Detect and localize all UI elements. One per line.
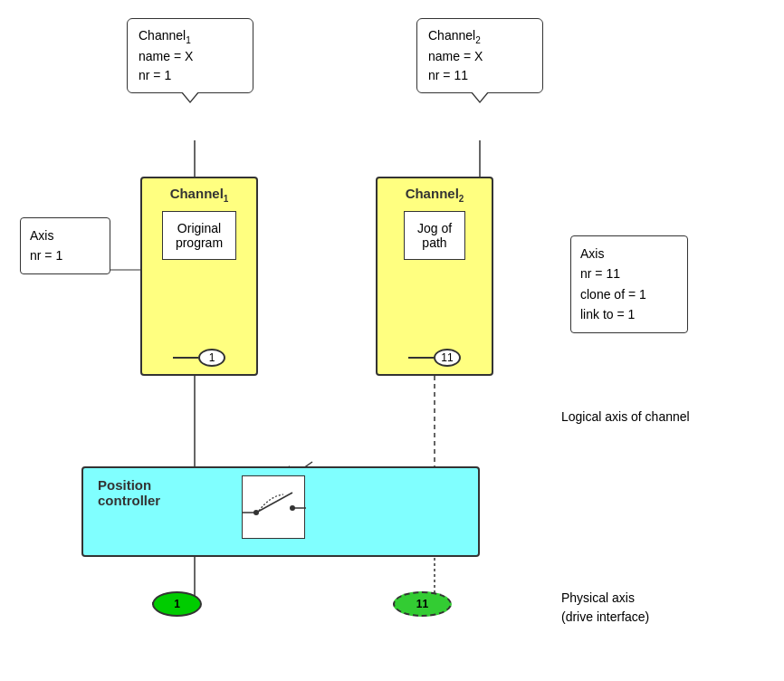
callout-channel2-name: name = X: [428, 49, 483, 63]
channel2-axis-oval: 11: [434, 349, 461, 367]
drive1-assembly: 1: [152, 602, 170, 605]
switch-box: [242, 475, 305, 539]
callout-axis2: Axis nr = 11 clone of = 1 link to = 1: [570, 235, 688, 333]
channel1-program: Originalprogram: [162, 211, 236, 260]
callout-channel2-nr: nr = 11: [428, 68, 468, 82]
switch-symbol: [243, 476, 306, 540]
channel1-axis-connector: 1: [173, 349, 225, 367]
svg-point-16: [290, 505, 295, 511]
position-controller: Positioncontroller: [81, 466, 480, 557]
channel2-title: Channel2: [406, 186, 464, 204]
drive2-oval: 11: [393, 591, 452, 617]
channel2-program: Jog ofpath: [404, 211, 465, 260]
callout-axis2-title: Axis: [580, 246, 604, 261]
channel1-connector-line: [173, 357, 198, 359]
svg-line-14: [256, 493, 292, 513]
channel1-title: Channel1: [170, 186, 229, 204]
callout-axis2-clone: clone of = 1: [580, 287, 646, 302]
callout-axis2-nr: nr = 11: [580, 266, 620, 281]
drive2-assembly: 11: [393, 602, 404, 606]
channel1-axis-oval: 1: [198, 349, 225, 367]
label-physical-axis: Physical axis(drive interface): [561, 589, 649, 627]
drive1-oval: 1: [152, 591, 202, 617]
channel2-connector-line: [408, 357, 434, 359]
channel2-box: Channel2 Jog ofpath 11: [376, 177, 493, 376]
callout-channel1-nr: nr = 1: [139, 68, 171, 82]
callout-channel1: Channel1 name = X nr = 1: [127, 18, 253, 93]
channel2-axis-connector: 11: [408, 349, 461, 367]
callout-channel1-name: name = X: [139, 49, 193, 63]
callout-axis1-nr: nr = 1: [30, 248, 62, 263]
callout-axis1-title: Axis: [30, 228, 53, 243]
callout-channel2: Channel2 name = X nr = 11: [416, 18, 543, 93]
callout-axis1: Axis nr = 1: [20, 217, 110, 274]
channel1-box: Channel1 Originalprogram 1: [140, 177, 258, 376]
diagram: Channel1 name = X nr = 1 Channel2 name =…: [0, 0, 784, 681]
callout-axis2-link: link to = 1: [580, 307, 635, 321]
callout-channel2-title: Channel2: [428, 28, 481, 43]
callout-channel1-title: Channel1: [139, 28, 191, 43]
label-logical-axis: Logical axis of channel: [561, 408, 690, 427]
